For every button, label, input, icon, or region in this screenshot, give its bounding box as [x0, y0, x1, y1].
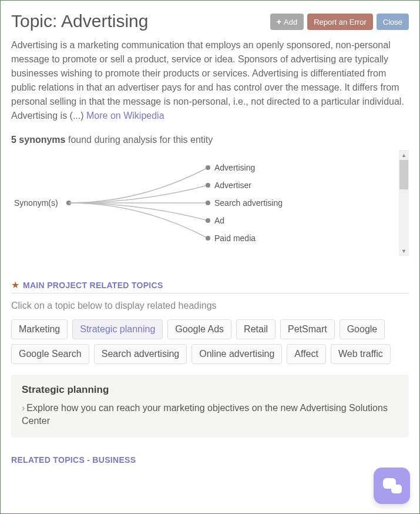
- page-title: Topic: Advertising: [11, 11, 148, 31]
- header-buttons: +Add Report an Error Close: [270, 14, 409, 30]
- chevron-right-icon: ›: [22, 403, 25, 413]
- topic-chip[interactable]: Web traffic: [331, 344, 391, 364]
- svg-text:Ad: Ad: [214, 216, 224, 225]
- topic-chip[interactable]: Search advertising: [94, 344, 187, 364]
- topic-chip[interactable]: Google Ads: [167, 319, 231, 339]
- svg-point-8: [206, 236, 210, 241]
- detail-title: Strategic planning: [22, 384, 398, 396]
- scroll-up-icon[interactable]: ▲: [399, 150, 409, 160]
- related-topics-header: RELATED TOPICS - BUSINESS: [11, 455, 409, 467]
- svg-text:Advertising: Advertising: [214, 163, 255, 172]
- chat-icon: [382, 477, 402, 495]
- related-topics-title: RELATED TOPICS - BUSINESS: [11, 455, 136, 465]
- topic-chip[interactable]: Retail: [236, 319, 275, 339]
- main-topics-title: MAIN PROJECT RELATED TOPICS: [23, 281, 163, 290]
- topic-chips: MarketingStrategic planningGoogle AdsRet…: [11, 319, 409, 364]
- scrollbar-thumb[interactable]: [399, 160, 408, 189]
- svg-point-2: [206, 183, 210, 188]
- topic-chip[interactable]: Strategic planning: [72, 319, 163, 339]
- plus-icon: +: [277, 17, 281, 26]
- topic-chip[interactable]: Google: [340, 319, 385, 339]
- topic-chip[interactable]: Marketing: [11, 319, 68, 339]
- chat-widget-button[interactable]: [374, 468, 410, 504]
- main-topics-header: ★ MAIN PROJECT RELATED TOPICS: [11, 279, 409, 293]
- svg-point-6: [206, 218, 210, 223]
- close-button[interactable]: Close: [377, 14, 409, 30]
- add-button[interactable]: +Add: [270, 14, 304, 30]
- main-topics-subtitle: Click on a topic below to display relate…: [11, 301, 409, 311]
- topic-description: Advertising is a marketing communication…: [11, 38, 409, 123]
- header: Topic: Advertising +Add Report an Error …: [11, 11, 409, 31]
- star-icon: ★: [11, 279, 19, 291]
- synonyms-count: 5 synonyms found during analysis for thi…: [11, 135, 409, 145]
- svg-point-0: [206, 165, 210, 170]
- topic-detail-panel: Strategic planning ›Explore how you can …: [11, 375, 409, 438]
- svg-text:Search advertising: Search advertising: [214, 198, 283, 208]
- synonyms-graph: ▲ ▼ Synonym(s) Advertising Advertiser Se…: [11, 150, 409, 256]
- topic-chip[interactable]: Online advertising: [191, 344, 282, 364]
- topic-chip[interactable]: Affect: [287, 344, 326, 364]
- graph-root-label: Synonym(s): [14, 198, 58, 208]
- topic-chip[interactable]: Google Search: [11, 344, 89, 364]
- scroll-down-icon[interactable]: ▼: [399, 246, 409, 256]
- report-error-button[interactable]: Report an Error: [307, 14, 373, 30]
- svg-point-4: [206, 201, 210, 205]
- detail-heading-item[interactable]: ›Explore how you can reach your marketin…: [22, 402, 398, 428]
- svg-text:Advertiser: Advertiser: [214, 181, 251, 190]
- wikipedia-link[interactable]: More on Wikipedia: [86, 111, 164, 121]
- topic-chip[interactable]: PetSmart: [280, 319, 335, 339]
- svg-text:Paid media: Paid media: [214, 233, 256, 243]
